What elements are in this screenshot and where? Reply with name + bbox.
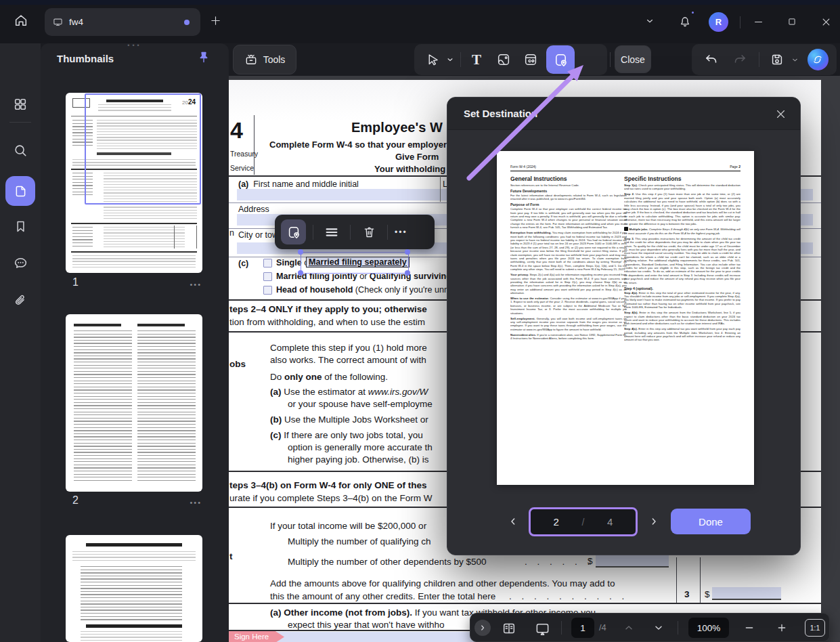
treasury-fragment: Treasury: [230, 150, 258, 158]
expand-bar-button[interactable]: [474, 620, 491, 636]
select-tool-dropdown[interactable]: [444, 48, 456, 71]
line3-col-border-1: [676, 557, 677, 603]
destination-page-input[interactable]: 2 / 4: [529, 507, 638, 536]
link-tool-button[interactable]: [519, 48, 542, 71]
prev-page-button[interactable]: [506, 514, 521, 529]
zoom-out-button[interactable]: [741, 621, 757, 635]
pin-icon[interactable]: [196, 50, 213, 66]
save-dropdown[interactable]: [790, 48, 801, 71]
married-separately-destination-text[interactable]: Married filing separately: [306, 257, 410, 268]
thumbnail-page-2[interactable]: [66, 314, 202, 492]
dependents-amount-field[interactable]: [596, 555, 669, 568]
thumb2-left-column: [74, 330, 132, 482]
next-page-down-button[interactable]: [650, 621, 667, 635]
row-rule-4: [229, 603, 821, 604]
page-total: 4: [607, 516, 613, 528]
close-tool-label: Close: [621, 54, 645, 65]
titlebar-dropdown[interactable]: [642, 13, 658, 29]
minimize-button[interactable]: [749, 13, 767, 30]
head-household-checkbox[interactable]: [263, 286, 272, 295]
married-jointly-checkbox[interactable]: [263, 272, 272, 281]
thumb2-right-column: [137, 330, 196, 482]
previous-page-button[interactable]: [621, 621, 637, 635]
sidebar-item-comments[interactable]: [8, 251, 32, 275]
destination-page-preview[interactable]: Form W-4 (2024) Page 2 General Instructi…: [497, 151, 754, 485]
text-tool-button[interactable]: T: [465, 48, 488, 71]
redo-button[interactable]: [729, 48, 751, 71]
new-tab-button[interactable]: [206, 12, 224, 29]
destination-tool-button[interactable]: [546, 45, 575, 74]
ctx-divider-3: [387, 225, 388, 240]
done-button[interactable]: Done: [671, 509, 751, 534]
thumb1-sep1: [71, 169, 197, 170]
app-grid-button[interactable]: [8, 92, 32, 116]
modal-close-button[interactable]: [773, 106, 788, 121]
thumb1-field-lines: [97, 120, 197, 150]
dollar-sign-2: $: [705, 589, 710, 599]
zoom-level-input[interactable]: 100%: [688, 618, 729, 638]
chevron-right-icon: [479, 624, 487, 632]
maximize-button[interactable]: [783, 13, 801, 30]
line3-total-field[interactable]: [712, 587, 781, 600]
selection-handle-br[interactable]: [405, 270, 410, 276]
close-tool-button[interactable]: Close: [615, 45, 651, 73]
do-only-one-line: Do only one of the following.: [270, 372, 388, 382]
cursor-icon: [426, 53, 440, 67]
toolbar-divider: [460, 52, 461, 67]
sidebar-item-attachments[interactable]: [8, 288, 32, 313]
thumb1-note-lines: [72, 159, 196, 166]
ctx-delete-button[interactable]: [357, 221, 380, 244]
thumbnail-1-menu[interactable]: •••: [190, 280, 202, 288]
current-page-input[interactable]: 1: [571, 618, 594, 638]
document-tab[interactable]: fw4: [45, 8, 200, 36]
selection-handle-tr[interactable]: [405, 249, 410, 255]
ctx-more-button[interactable]: •••: [395, 228, 407, 237]
image-tool-button[interactable]: [492, 48, 515, 71]
chevron-down-icon: [791, 56, 799, 64]
tools-button[interactable]: Tools: [233, 45, 296, 74]
undo-button[interactable]: [700, 48, 722, 71]
thumb1-sign-lines: [72, 255, 196, 268]
actual-size-button[interactable]: 1:1: [805, 619, 825, 637]
presentation-button[interactable]: [533, 620, 552, 637]
close-window-button[interactable]: [817, 13, 835, 30]
general-instructions-heading: General Instructions: [510, 175, 627, 182]
ai-assistant-button[interactable]: [808, 49, 828, 70]
selection-handle-tl[interactable]: [298, 249, 303, 255]
thumbnail-2-menu[interactable]: •••: [190, 498, 202, 507]
thumb1-check-row: [97, 152, 171, 155]
thumbnail-1-number: 1: [72, 276, 79, 288]
panel-drag-handle[interactable]: •••: [127, 43, 141, 49]
thumb3-tail-lines: [81, 631, 182, 641]
option-b-line: (b) Use the Multiple Jobs Worksheet or: [270, 414, 428, 425]
search-button[interactable]: [8, 138, 32, 163]
single-checkbox[interactable]: [263, 259, 272, 268]
close-icon: [821, 17, 831, 27]
plus-icon: [776, 622, 787, 633]
tab-title: fw4: [69, 17, 83, 27]
thumbnail-page-1[interactable]: 2024: [66, 93, 202, 273]
sidebar-item-thumbnails[interactable]: [5, 176, 35, 206]
thumb2-heading-right: [137, 324, 185, 326]
avatar[interactable]: R: [709, 12, 728, 32]
page-layout-button[interactable]: [500, 620, 518, 637]
minimize-icon: [753, 17, 764, 27]
save-button[interactable]: [766, 48, 789, 71]
ctx-destination-button[interactable]: [281, 219, 306, 244]
dollar-sign-1: $: [588, 556, 593, 566]
ctx-list-button[interactable]: [320, 221, 343, 244]
select-tool-button[interactable]: [421, 48, 444, 71]
zoom-in-button[interactable]: [774, 621, 790, 635]
sidebar-item-bookmarks[interactable]: [8, 214, 32, 238]
form-subtitle: Complete Form W-4 so that your employer: [269, 140, 447, 150]
home-button[interactable]: [11, 10, 31, 30]
chevron-up-icon: [623, 622, 634, 633]
option-c-line2: option is generally more accurate th: [288, 442, 433, 452]
notifications-button[interactable]: [676, 12, 694, 30]
thumbnail-page-3[interactable]: [66, 535, 202, 642]
chevron-down-icon: [653, 622, 664, 633]
next-page-button[interactable]: [646, 514, 661, 529]
text-icon: T: [472, 51, 481, 68]
option-c-line3: higher paying job. Otherwise, (b) is: [288, 454, 429, 465]
selection-handle-bl[interactable]: [298, 270, 303, 276]
